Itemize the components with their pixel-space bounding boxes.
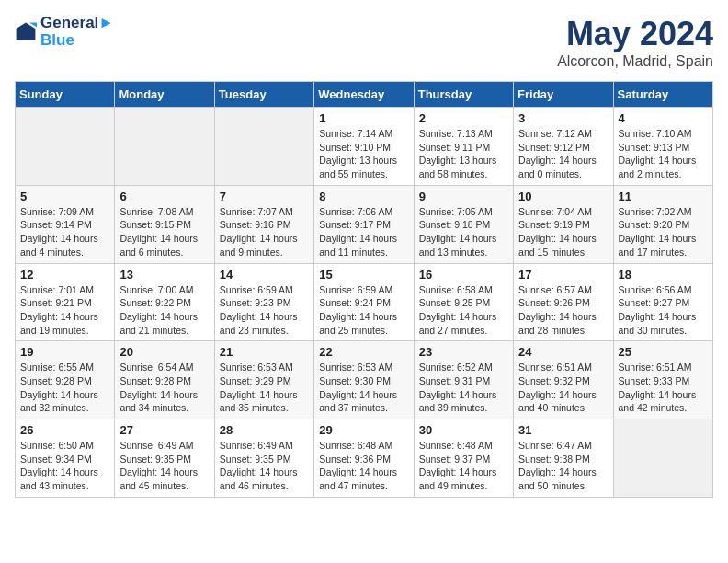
day-number: 21	[220, 345, 309, 359]
day-number: 3	[518, 111, 608, 125]
calendar-cell: 13Sunrise: 7:00 AMSunset: 9:22 PMDayligh…	[115, 263, 214, 341]
calendar-cell: 17Sunrise: 6:57 AMSunset: 9:26 PMDayligh…	[514, 263, 613, 341]
calendar-cell: 27Sunrise: 6:49 AMSunset: 9:35 PMDayligh…	[115, 419, 214, 498]
calendar-week-4: 19Sunrise: 6:55 AMSunset: 9:28 PMDayligh…	[16, 341, 713, 419]
calendar-cell: 12Sunrise: 7:01 AMSunset: 9:21 PMDayligh…	[16, 263, 115, 341]
weekday-header-friday: Friday	[514, 82, 613, 108]
logo-icon	[15, 21, 37, 43]
calendar-week-5: 26Sunrise: 6:50 AMSunset: 9:34 PMDayligh…	[16, 419, 713, 498]
day-info: Sunrise: 6:48 AMSunset: 9:36 PMDaylight:…	[319, 439, 408, 493]
calendar-cell: 7Sunrise: 7:07 AMSunset: 9:16 PMDaylight…	[214, 185, 313, 263]
weekday-header-saturday: Saturday	[613, 82, 712, 108]
day-number: 9	[419, 190, 508, 203]
day-number: 22	[319, 345, 408, 359]
calendar-header: SundayMondayTuesdayWednesdayThursdayFrid…	[16, 82, 713, 108]
day-number: 2	[419, 111, 508, 125]
calendar-cell: 8Sunrise: 7:06 AMSunset: 9:17 PMDaylight…	[314, 185, 414, 263]
day-number: 23	[419, 345, 508, 359]
calendar-cell	[613, 419, 712, 498]
calendar-cell: 6Sunrise: 7:08 AMSunset: 9:15 PMDaylight…	[115, 185, 214, 263]
day-number: 27	[119, 423, 209, 437]
calendar-cell: 1Sunrise: 7:14 AMSunset: 9:10 PMDaylight…	[314, 108, 414, 186]
day-number: 11	[619, 190, 708, 203]
day-number: 4	[619, 111, 708, 125]
calendar-cell: 30Sunrise: 6:48 AMSunset: 9:37 PMDayligh…	[414, 419, 513, 498]
day-info: Sunrise: 7:02 AMSunset: 9:20 PMDaylight:…	[619, 205, 708, 259]
day-info: Sunrise: 6:57 AMSunset: 9:26 PMDaylight:…	[518, 283, 608, 338]
day-info: Sunrise: 7:09 AMSunset: 9:14 PMDaylight:…	[20, 205, 109, 259]
day-info: Sunrise: 6:51 AMSunset: 9:32 PMDaylight:…	[518, 361, 608, 415]
calendar-cell: 20Sunrise: 6:54 AMSunset: 9:28 PMDayligh…	[115, 341, 214, 419]
day-number: 20	[119, 345, 209, 359]
day-info: Sunrise: 7:07 AMSunset: 9:16 PMDaylight:…	[220, 205, 309, 259]
day-info: Sunrise: 7:12 AMSunset: 9:12 PMDaylight:…	[518, 127, 608, 181]
day-number: 7	[220, 190, 309, 203]
day-info: Sunrise: 7:13 AMSunset: 9:11 PMDaylight:…	[419, 127, 508, 181]
day-info: Sunrise: 6:53 AMSunset: 9:30 PMDaylight:…	[319, 361, 408, 415]
day-number: 1	[319, 111, 408, 125]
logo-text-line1: General►	[40, 15, 114, 32]
day-number: 28	[220, 423, 309, 437]
day-info: Sunrise: 6:48 AMSunset: 9:37 PMDaylight:…	[419, 439, 508, 493]
day-info: Sunrise: 6:54 AMSunset: 9:28 PMDaylight:…	[119, 361, 209, 415]
day-info: Sunrise: 6:52 AMSunset: 9:31 PMDaylight:…	[419, 361, 508, 415]
calendar-table: SundayMondayTuesdayWednesdayThursdayFrid…	[15, 81, 713, 498]
svg-marker-0	[17, 22, 36, 40]
day-number: 29	[319, 423, 408, 437]
calendar-cell: 5Sunrise: 7:09 AMSunset: 9:14 PMDaylight…	[16, 185, 115, 263]
calendar-cell: 22Sunrise: 6:53 AMSunset: 9:30 PMDayligh…	[314, 341, 414, 419]
calendar-cell: 24Sunrise: 6:51 AMSunset: 9:32 PMDayligh…	[514, 341, 613, 419]
day-info: Sunrise: 7:08 AMSunset: 9:15 PMDaylight:…	[119, 205, 209, 259]
weekday-row: SundayMondayTuesdayWednesdayThursdayFrid…	[16, 82, 713, 108]
calendar-week-3: 12Sunrise: 7:01 AMSunset: 9:21 PMDayligh…	[16, 263, 713, 341]
day-info: Sunrise: 6:59 AMSunset: 9:24 PMDaylight:…	[319, 283, 408, 338]
day-info: Sunrise: 6:51 AMSunset: 9:33 PMDaylight:…	[619, 361, 708, 415]
day-info: Sunrise: 6:50 AMSunset: 9:34 PMDaylight:…	[20, 439, 109, 493]
day-number: 31	[518, 423, 608, 437]
calendar-cell: 25Sunrise: 6:51 AMSunset: 9:33 PMDayligh…	[613, 341, 712, 419]
weekday-header-tuesday: Tuesday	[214, 82, 313, 108]
title-block: May 2024 Alcorcon, Madrid, Spain	[557, 15, 713, 70]
day-info: Sunrise: 6:56 AMSunset: 9:27 PMDaylight:…	[619, 283, 708, 338]
calendar-week-2: 5Sunrise: 7:09 AMSunset: 9:14 PMDaylight…	[16, 185, 713, 263]
month-title: May 2024	[557, 15, 713, 53]
calendar-cell: 18Sunrise: 6:56 AMSunset: 9:27 PMDayligh…	[613, 263, 712, 341]
day-info: Sunrise: 6:49 AMSunset: 9:35 PMDaylight:…	[220, 439, 309, 493]
day-info: Sunrise: 7:01 AMSunset: 9:21 PMDaylight:…	[20, 283, 109, 338]
day-info: Sunrise: 6:47 AMSunset: 9:38 PMDaylight:…	[518, 439, 608, 493]
day-number: 6	[119, 190, 209, 203]
day-info: Sunrise: 7:05 AMSunset: 9:18 PMDaylight:…	[419, 205, 508, 259]
day-number: 10	[518, 190, 608, 203]
calendar-cell: 11Sunrise: 7:02 AMSunset: 9:20 PMDayligh…	[613, 185, 712, 263]
day-number: 14	[220, 268, 309, 282]
day-number: 15	[319, 268, 408, 282]
calendar-cell	[16, 108, 115, 186]
calendar-cell	[214, 108, 313, 186]
day-number: 5	[20, 190, 109, 203]
calendar-cell: 4Sunrise: 7:10 AMSunset: 9:13 PMDaylight…	[613, 108, 712, 186]
day-info: Sunrise: 6:58 AMSunset: 9:25 PMDaylight:…	[419, 283, 508, 338]
calendar-cell: 28Sunrise: 6:49 AMSunset: 9:35 PMDayligh…	[214, 419, 313, 498]
logo-text-line2: Blue	[40, 32, 114, 50]
day-number: 18	[619, 268, 708, 282]
calendar-cell: 31Sunrise: 6:47 AMSunset: 9:38 PMDayligh…	[514, 419, 613, 498]
day-info: Sunrise: 7:14 AMSunset: 9:10 PMDaylight:…	[319, 127, 408, 181]
calendar-cell	[115, 108, 214, 186]
calendar-week-1: 1Sunrise: 7:14 AMSunset: 9:10 PMDaylight…	[16, 108, 713, 186]
calendar-cell: 3Sunrise: 7:12 AMSunset: 9:12 PMDaylight…	[514, 108, 613, 186]
weekday-header-wednesday: Wednesday	[314, 82, 414, 108]
day-info: Sunrise: 6:49 AMSunset: 9:35 PMDaylight:…	[119, 439, 209, 493]
day-number: 12	[20, 268, 109, 282]
calendar-cell: 23Sunrise: 6:52 AMSunset: 9:31 PMDayligh…	[414, 341, 513, 419]
day-number: 26	[20, 423, 109, 437]
day-number: 30	[419, 423, 508, 437]
day-info: Sunrise: 6:59 AMSunset: 9:23 PMDaylight:…	[220, 283, 309, 338]
day-info: Sunrise: 6:53 AMSunset: 9:29 PMDaylight:…	[220, 361, 309, 415]
day-number: 25	[619, 345, 708, 359]
calendar-cell: 10Sunrise: 7:04 AMSunset: 9:19 PMDayligh…	[514, 185, 613, 263]
calendar-cell: 14Sunrise: 6:59 AMSunset: 9:23 PMDayligh…	[214, 263, 313, 341]
calendar-cell: 19Sunrise: 6:55 AMSunset: 9:28 PMDayligh…	[16, 341, 115, 419]
calendar-cell: 26Sunrise: 6:50 AMSunset: 9:34 PMDayligh…	[16, 419, 115, 498]
weekday-header-sunday: Sunday	[16, 82, 115, 108]
day-info: Sunrise: 7:10 AMSunset: 9:13 PMDaylight:…	[619, 127, 708, 181]
